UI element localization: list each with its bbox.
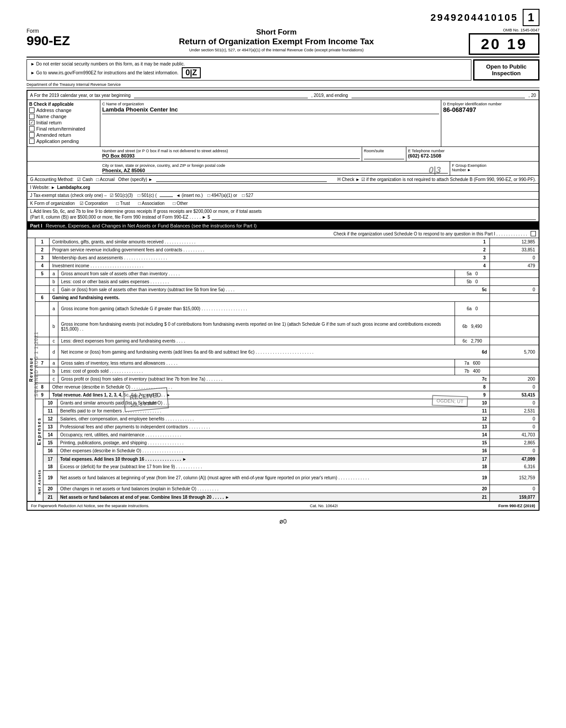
row5c-linenum: 5c — [479, 286, 490, 293]
schedule-o-row: Check if the organization used Schedule … — [27, 230, 539, 238]
main-data-rows: 1 Contributions, gifts, grants, and simi… — [35, 238, 539, 501]
row21-num: 21 — [43, 493, 57, 501]
row7a-sub: a — [50, 359, 58, 367]
omb-number: OMB No. 1545-0047 — [469, 28, 539, 32]
row16-amount: 0 — [490, 447, 539, 455]
row4-desc: Investment income . . . . . . . . . . . … — [50, 262, 479, 270]
row-10: 10 Grants and similar amounts paid (list… — [43, 399, 539, 407]
row11-linenum: 11 — [479, 407, 490, 415]
form-assoc: □ Association — [138, 201, 164, 206]
footer-cat: Cat. No. 10642I — [310, 504, 338, 508]
row9-amount: 53,415 — [490, 391, 539, 399]
row-1: 1 Contributions, gifts, grants, and simi… — [35, 238, 539, 246]
row-12: 12 Salaries, other compensation, and emp… — [43, 415, 539, 423]
row16-linenum: 16 — [479, 447, 490, 455]
row6c-sub: c — [50, 337, 58, 345]
expenses-rows: 10 Grants and similar amounts paid (list… — [43, 399, 539, 463]
row-11: 11 Benefits paid to or for members . . .… — [43, 407, 539, 415]
line-l-text1: L Add lines 5b, 6c, and 7b to line 9 to … — [30, 209, 536, 214]
net-assets-section: Net Assets 18 Excess or (deficit) for th… — [35, 463, 539, 501]
row20-num: 20 — [43, 485, 57, 493]
row5a-amount — [490, 270, 539, 277]
form-corp: ☑ Corporation — [80, 201, 108, 206]
row-8: 8 Other revenue (describe in Schedule O)… — [35, 383, 539, 391]
checkbox-name-change — [29, 114, 34, 119]
row16-desc: Other expenses (describe in Schedule O) … — [57, 447, 479, 455]
row3-amount: 0 — [490, 254, 539, 262]
row8-linenum: 8 — [479, 383, 490, 391]
row-4: 4 Investment income . . . . . . . . . . … — [35, 262, 539, 270]
row-19: 19 Net assets or fund balances at beginn… — [43, 471, 539, 485]
tax-527: □ 527 — [242, 193, 253, 198]
row2-amount: 33,851 — [490, 246, 539, 254]
notice1: ► Do not enter social security numbers o… — [31, 62, 467, 66]
row1-desc: Contributions, gifts, grants, and simila… — [50, 238, 479, 246]
row6d-desc: Net income or (loss) from gaming and fun… — [58, 345, 479, 359]
street-value: PO Box 80393 — [102, 153, 360, 159]
row5b-box: 5b 0 — [455, 278, 490, 285]
row3-desc: Membership dues and assessments . . . . … — [50, 254, 479, 262]
row10-desc: Grants and similar amounts paid (list in… — [57, 399, 479, 407]
form-title-area: Short Form Return of Organization Exempt… — [84, 28, 469, 52]
row1-num: 1 — [35, 238, 50, 246]
line-l-text2: (Part II, column (B)) are $500,000 or mo… — [30, 214, 536, 220]
check-label-amended: Amended return — [36, 132, 71, 138]
row6c-desc: Less: direct expenses from gaming and fu… — [58, 337, 455, 345]
row7c-amount: 200 — [490, 375, 539, 383]
group-label: F Group Exemption Number ► — [452, 163, 537, 172]
row19-num: 19 — [43, 471, 57, 485]
row6c-box: 6c 2,790 — [455, 337, 490, 345]
city-section: City or town, state or province, country… — [100, 162, 450, 175]
open-public-text: Open to PublicInspection — [486, 63, 527, 77]
accounting-label: G Accounting Method: — [30, 177, 73, 182]
row-7c: c Gross profit or (loss) from sales of i… — [35, 375, 539, 383]
row-7b: b Less: cost of goods sold . . . . . . .… — [35, 367, 539, 375]
row7c-desc: Gross profit or (loss) from sales of inv… — [58, 375, 479, 383]
row7c-sub: c — [50, 375, 58, 383]
tax-501c3: ☑ 501(c)(3) — [110, 193, 133, 198]
notices-area: ► Do not enter social security numbers o… — [27, 59, 539, 81]
form-header: Form 990-EZ Short Form Return of Organiz… — [27, 28, 539, 58]
row12-num: 12 — [43, 415, 57, 423]
open-public-box: Open to PublicInspection — [473, 59, 539, 81]
row20-amount: 0 — [490, 485, 539, 493]
row6b-desc: Gross income from fundraising events (no… — [58, 316, 455, 337]
row9-desc: Total revenue. Add lines 1, 2, 3, 4, 5c,… — [50, 391, 479, 399]
form-org-row: K Form of organization ☑ Corporation □ T… — [27, 200, 539, 208]
irs-info-row: Department of the Treasury Internal Reve… — [27, 82, 539, 88]
section-a-text: A For the 2019 calendar year, or tax yea… — [30, 93, 130, 98]
form-trust: □ Trust — [116, 201, 130, 206]
row6a-box: 6a 0 — [455, 302, 490, 316]
check-final-return: Final return/terminated — [29, 126, 98, 131]
notice2-row: ► Go to www.irs.gov/Form990EZ for instru… — [31, 67, 467, 78]
notices-box: ► Do not enter social security numbers o… — [27, 59, 471, 81]
row7b-sub: b — [50, 367, 58, 375]
section-c-label: C Name of organization — [102, 102, 439, 106]
row12-amount: 0 — [490, 415, 539, 423]
row10-amount: 0 — [490, 399, 539, 407]
row6a-sub: a — [50, 302, 58, 316]
check-name-change: Name change — [29, 114, 98, 119]
row2-linenum: 2 — [479, 246, 490, 254]
section-b-label: B Check if applicable — [29, 102, 98, 107]
city-value: Phoenix, AZ 85060 0|3 — [102, 168, 448, 173]
row-5b: b Less: cost or other basis and sales ex… — [35, 278, 539, 286]
row5b-amount — [490, 278, 539, 285]
row-6b: b Gross income from fundraising events (… — [35, 316, 539, 337]
row7a-box: 7a 600 — [455, 359, 490, 367]
schedule-o-checkbox — [531, 231, 536, 236]
ein-section: D Employer identification number 86-0687… — [441, 100, 539, 146]
website-label: I Website: ► — [30, 185, 55, 190]
page-number: 1 — [523, 9, 539, 26]
row6d-sub: d — [50, 345, 58, 359]
row1-amount: 12,985 — [490, 238, 539, 246]
row-7a: 7 a Gross sales of inventory, less retur… — [35, 359, 539, 367]
row13-amount: 0 — [490, 423, 539, 431]
row10-num: 10 — [43, 399, 57, 407]
row-18: 18 Excess or (deficit) for the year (sub… — [43, 463, 539, 471]
check-initial-return: Initial return — [29, 120, 98, 125]
ein-value: 86-0687497 — [443, 106, 537, 113]
check-label-name: Name change — [36, 114, 67, 119]
row8-desc: Other revenue (describe in Schedule O) .… — [50, 383, 479, 391]
part1-label: Part I — [30, 223, 42, 228]
